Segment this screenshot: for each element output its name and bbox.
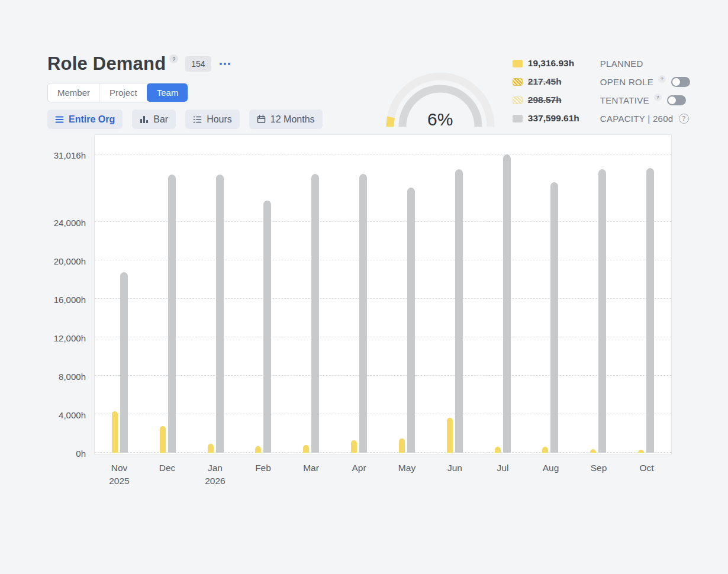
page-title: Role Demand	[47, 53, 166, 75]
month-label: Sep	[575, 462, 623, 475]
unit-label: Hours	[207, 114, 232, 125]
planned-bar[interactable]	[399, 438, 405, 453]
planned-bar[interactable]	[303, 445, 309, 453]
planned-bar[interactable]	[495, 447, 501, 453]
capacity-bar[interactable]	[598, 169, 606, 453]
capacity-bar[interactable]	[646, 168, 654, 453]
planned-bar[interactable]	[590, 449, 596, 453]
planned-bar[interactable]	[638, 450, 644, 453]
legend-label: PLANNED	[600, 59, 643, 69]
date-range-button[interactable]: 12 Months	[249, 109, 323, 129]
tab-member[interactable]: Member	[48, 83, 99, 102]
legend-label-cell: CAPACITY | 260d?	[600, 112, 690, 125]
dot-icon	[220, 63, 222, 65]
bar-group	[622, 168, 670, 453]
year-label: 2025	[95, 475, 143, 488]
planned-bar[interactable]	[255, 446, 261, 453]
month-label: Jul	[479, 462, 527, 475]
toggle-knob	[672, 78, 680, 86]
legend-value-cell: 217.45h	[513, 75, 590, 88]
planned-bar[interactable]	[160, 426, 166, 453]
month-label: Oct	[623, 462, 671, 475]
tab-project[interactable]: Project	[99, 83, 147, 102]
planned-bar[interactable]	[447, 418, 453, 453]
legend-value: 337,599.61h	[528, 113, 579, 124]
bar-group	[144, 175, 192, 453]
tab-team[interactable]: Team	[147, 83, 188, 102]
more-options-button[interactable]	[218, 59, 231, 69]
planned-bar[interactable]	[351, 440, 357, 453]
month-label: May	[383, 462, 431, 475]
legend-value: 19,316.93h	[528, 58, 574, 69]
legend-value-cell: 337,599.61h	[513, 112, 590, 125]
month-label: Jan	[191, 462, 239, 475]
capacity-bar[interactable]	[168, 175, 176, 453]
help-icon[interactable]: ?	[679, 114, 689, 124]
filter-chips-row: Entire Org Bar Hours	[47, 109, 323, 129]
x-axis-label: Nov2025	[95, 462, 143, 488]
x-axis-label: Feb	[239, 462, 287, 488]
bar-chart-icon	[140, 115, 149, 124]
header: Role Demand ? 154 Member Project Team En…	[0, 0, 728, 132]
unit-button[interactable]: Hours	[185, 109, 240, 129]
y-axis-tick-label: 31,016h	[54, 150, 86, 160]
legend-label-cell: OPEN ROLE?	[600, 75, 690, 88]
tentative-toggle[interactable]	[667, 95, 686, 105]
x-axis-label: Jun	[431, 462, 479, 488]
x-axis-label: Jul	[479, 462, 527, 488]
scope-filter-button[interactable]: Entire Org	[47, 109, 123, 129]
x-axis-label: May	[383, 462, 431, 488]
x-axis-label: Oct	[623, 462, 671, 488]
title-help-icon[interactable]: ?	[169, 54, 178, 63]
capacity-bar[interactable]	[263, 201, 271, 453]
capacity-bar[interactable]	[359, 174, 367, 453]
bar-group	[574, 169, 622, 453]
legend-value: 298.57h	[528, 95, 562, 105]
y-axis-tick-label: 16,000h	[54, 295, 86, 305]
help-icon[interactable]: ?	[654, 93, 662, 101]
y-axis-tick-label: 4,000h	[59, 410, 86, 420]
date-range-label: 12 Months	[270, 114, 315, 125]
y-axis-tick-label: 24,000h	[54, 218, 86, 228]
chart-type-button[interactable]: Bar	[132, 109, 176, 129]
planned-bar[interactable]	[542, 447, 548, 453]
dot-icon	[228, 63, 230, 65]
x-axis-label: Mar	[287, 462, 335, 488]
planned-swatch	[513, 60, 523, 67]
capacity-bar[interactable]	[120, 272, 128, 453]
bars-layer	[95, 135, 671, 453]
help-icon[interactable]: ?	[658, 75, 666, 83]
header-right: 6% 19,316.93hPLANNED217.45hOPEN ROLE?298…	[382, 53, 690, 132]
view-tab-group: Member Project Team	[47, 83, 188, 102]
filter-icon	[55, 115, 64, 124]
bar-group	[431, 169, 479, 453]
bar-group	[335, 174, 383, 453]
legend-label-cell: PLANNED	[600, 57, 690, 70]
chart-section: 0h4,000h8,000h12,000h16,000h20,000h24,00…	[0, 134, 728, 488]
bar-group	[479, 154, 527, 453]
bar-group	[192, 175, 240, 453]
capacity-bar[interactable]	[407, 188, 415, 453]
x-axis-label: Apr	[335, 462, 383, 488]
capacity-bar[interactable]	[311, 174, 319, 453]
bar-group	[287, 174, 335, 453]
planned-bar[interactable]	[112, 411, 118, 453]
capacity-bar[interactable]	[503, 154, 511, 453]
capacity-bar[interactable]	[455, 169, 463, 453]
x-axis-label: Jan2026	[191, 462, 239, 488]
list-icon	[193, 115, 202, 124]
capacity-bar[interactable]	[216, 175, 224, 453]
capacity-bar[interactable]	[550, 182, 558, 453]
bar-group	[96, 272, 144, 453]
role-count-badge: 154	[185, 56, 211, 72]
planned-bar[interactable]	[208, 444, 214, 453]
month-label: Feb	[239, 462, 287, 475]
chart-legend: 19,316.93hPLANNED217.45hOPEN ROLE?298.57…	[513, 57, 690, 125]
header-left: Role Demand ? 154 Member Project Team En…	[47, 53, 323, 129]
chart-row: 0h4,000h8,000h12,000h16,000h20,000h24,00…	[47, 134, 672, 455]
year-label: 2026	[191, 475, 239, 488]
legend-label-cell: TENTATIVE?	[600, 93, 690, 107]
y-axis-tick-label: 20,000h	[54, 256, 86, 266]
open-role-toggle[interactable]	[671, 77, 690, 87]
scope-filter-label: Entire Org	[69, 114, 115, 125]
